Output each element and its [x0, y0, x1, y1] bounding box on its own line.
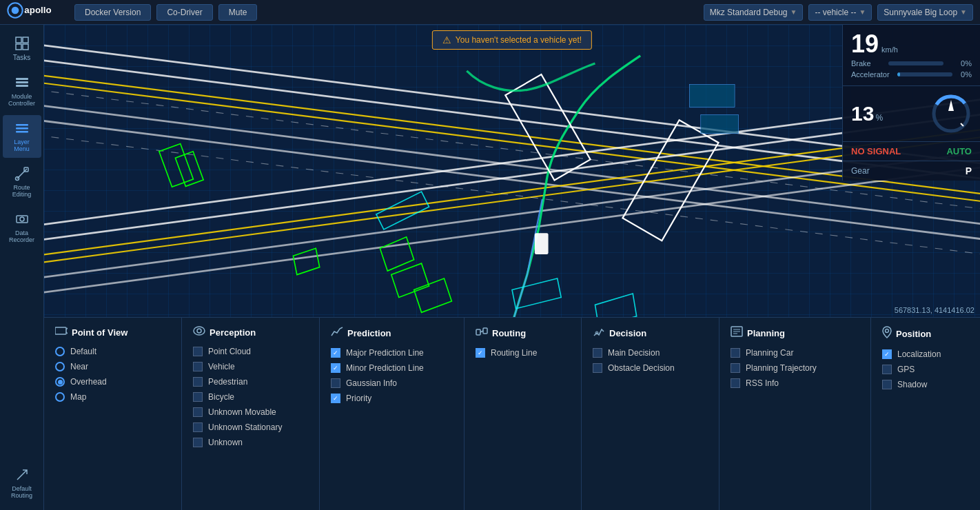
perception-unknown[interactable]: Unknown [193, 438, 308, 447]
pov-section: Point of View Default Near Overhead Map [44, 318, 182, 510]
prediction-minor[interactable]: Minor Prediction Line [331, 363, 453, 373]
sidebar-item-layer-menu[interactable]: LayerMenu [3, 115, 41, 158]
sidebar-item-module-controller[interactable]: ModuleController [3, 70, 41, 112]
sidebar-item-data-recorder[interactable]: DataRecorder [3, 206, 41, 249]
priority-checkbox [331, 394, 340, 403]
hud-signal-section: NO SIGNAL AUTO [843, 142, 980, 161]
debug-select[interactable]: Mkz Standard Debug ▼ [704, 4, 804, 21]
mute-button[interactable]: Mute [218, 4, 258, 21]
perception-unknown-stationary[interactable]: Unknown Stationary [193, 422, 308, 432]
pov-near-label: Near [70, 362, 88, 371]
planning-title-text: Planning [747, 328, 785, 338]
svg-rect-8 [16, 81, 28, 83]
sidebar-item-tasks[interactable]: Tasks [3, 30, 41, 67]
svg-rect-12 [16, 131, 28, 133]
warning-text: You haven't selected a vehicle yet! [456, 35, 582, 45]
sidebar-label-data: DataRecorder [9, 229, 34, 243]
routing-icon [476, 326, 488, 340]
position-localization[interactable]: Localization [882, 349, 980, 359]
hud-brake-pct: 0% [961, 59, 972, 68]
tasks-icon [14, 36, 30, 51]
gps-checkbox [882, 365, 892, 374]
module-controller-icon [14, 75, 30, 90]
perception-pointcloud[interactable]: Point Cloud [193, 347, 308, 356]
pov-icon [55, 326, 68, 338]
localization-label: Localization [897, 349, 941, 359]
prediction-icon [331, 326, 343, 340]
perception-bicycle[interactable]: Bicycle [193, 392, 308, 402]
pov-overhead-radio [55, 377, 65, 387]
svg-line-27 [44, 124, 980, 260]
planning-trajectory[interactable]: Planning Trajectory [731, 363, 859, 373]
sidebar-item-route-editing[interactable]: RouteEditing [3, 161, 41, 203]
default-routing-icon [14, 467, 30, 482]
sidebar-item-default-routing[interactable]: DefaultRouting [3, 462, 41, 504]
unknown-label: Unknown [208, 438, 243, 447]
sidebar-label-layer: LayerMenu [14, 139, 30, 152]
pov-near[interactable]: Near [55, 362, 170, 371]
position-gps[interactable]: GPS [882, 365, 980, 374]
hud-gauge-section: 13 % [843, 86, 980, 142]
pointcloud-label: Point Cloud [208, 347, 251, 356]
position-shadow[interactable]: Shadow [882, 380, 980, 389]
svg-point-1 [12, 7, 19, 14]
prediction-priority[interactable]: Priority [331, 394, 453, 403]
vehicle-select[interactable]: -- vehicle -- ▼ [808, 4, 872, 21]
gauge-circle-icon [930, 93, 972, 134]
pedestrian-checkbox [193, 377, 203, 387]
svg-line-17 [44, 41, 980, 169]
svg-marker-44 [948, 100, 954, 111]
pov-map[interactable]: Map [55, 392, 170, 402]
hud-accel-bar [897, 72, 952, 76]
prediction-major[interactable]: Major Prediction Line [331, 348, 453, 358]
pov-map-radio [55, 392, 65, 402]
bicycle-checkbox [193, 392, 203, 402]
map-area[interactable]: ⚠ You haven't selected a vehicle yet! 56… [44, 25, 980, 317]
decision-title: Decision [593, 326, 708, 340]
svg-rect-3 [16, 37, 21, 43]
bicycle-label: Bicycle [208, 392, 234, 402]
position-title: Position [882, 326, 980, 341]
perception-icon [193, 326, 205, 338]
planning-trajectory-label: Planning Trajectory [746, 363, 817, 373]
routing-line[interactable]: Routing Line [476, 348, 570, 358]
unknown-checkbox [193, 438, 203, 447]
minor-prediction-label: Minor Prediction Line [346, 363, 424, 373]
header: apollo Docker Version Co-Driver Mute Mkz… [0, 0, 980, 25]
pov-default-label: Default [70, 347, 96, 356]
warning-banner: ⚠ You haven't selected a vehicle yet! [432, 30, 592, 50]
prediction-gaussian[interactable]: Gaussian Info [331, 378, 453, 388]
co-driver-button[interactable]: Co-Driver [156, 4, 212, 21]
loop-select[interactable]: Sunnyvale Big Loop ▼ [877, 4, 973, 21]
hud-accel-label: Accelerator [851, 70, 890, 79]
routing-section: Routing Routing Line [465, 318, 582, 510]
data-recorder-icon [14, 212, 30, 227]
docker-version-button[interactable]: Docker Version [74, 4, 151, 21]
unknown-movable-label: Unknown Movable [208, 407, 276, 417]
svg-rect-5 [16, 44, 21, 50]
perception-unknown-movable[interactable]: Unknown Movable [193, 407, 308, 417]
decision-main[interactable]: Main Decision [593, 348, 708, 358]
pov-overhead[interactable]: Overhead [55, 377, 170, 387]
priority-label: Priority [346, 394, 371, 403]
svg-marker-36 [293, 248, 319, 274]
svg-line-25 [44, 146, 980, 282]
perception-pedestrian[interactable]: Pedestrian [193, 377, 308, 387]
routing-title-text: Routing [492, 328, 526, 338]
svg-rect-46 [55, 327, 66, 334]
svg-line-22 [44, 79, 980, 207]
prediction-title-text: Prediction [347, 328, 391, 338]
sidebar-label-route: RouteEditing [12, 184, 32, 198]
planning-rss[interactable]: RSS Info [731, 378, 859, 388]
pedestrian-label: Pedestrian [208, 377, 247, 387]
hud-brake-row: Brake 0% [851, 59, 972, 68]
main-decision-checkbox [593, 348, 602, 358]
svg-rect-6 [23, 44, 28, 50]
planning-car[interactable]: Planning Car [731, 348, 859, 358]
bottom-panel: Point of View Default Near Overhead Map [44, 317, 980, 510]
pov-default[interactable]: Default [55, 347, 170, 356]
shadow-label: Shadow [897, 380, 927, 389]
perception-vehicle[interactable]: Vehicle [193, 362, 308, 371]
decision-obstacle[interactable]: Obstacle Decision [593, 363, 708, 373]
pov-overhead-label: Overhead [70, 377, 107, 387]
